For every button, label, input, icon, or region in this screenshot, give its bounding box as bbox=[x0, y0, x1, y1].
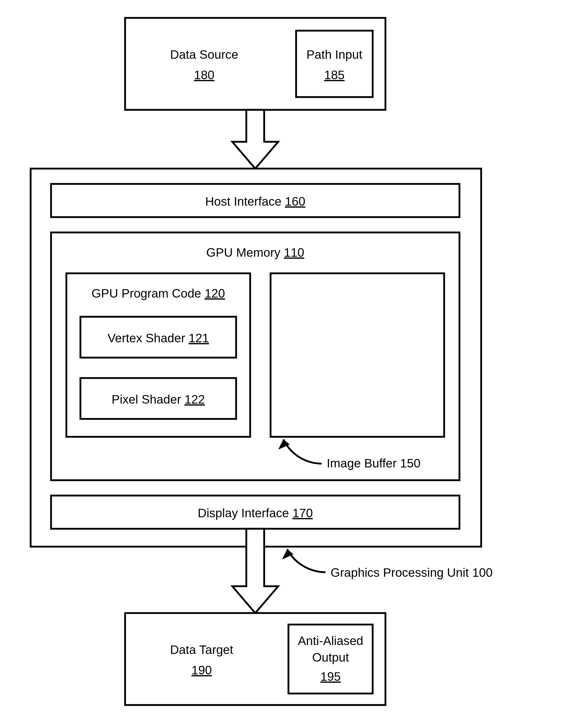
svg-text:GPU Program Code
           
 : GPU Program Code 120 bbox=[92, 287, 225, 300]
data-target-label: Data Target bbox=[170, 643, 233, 656]
display-interface-label: Display Interface bbox=[198, 506, 289, 520]
image-buffer-box bbox=[271, 273, 444, 437]
display-interface-box: Display Interface 170 bbox=[51, 496, 460, 529]
svg-text:Host Interface
         
     : Host Interface 160 bbox=[205, 194, 305, 208]
pixel-shader-num: 122 bbox=[185, 393, 205, 406]
path-input-box: Path Input 185 bbox=[296, 31, 373, 97]
path-input-label: Path Input bbox=[307, 48, 362, 61]
data-target-num: 190 bbox=[191, 664, 212, 677]
svg-text:Vertex Shader
             
  : Vertex Shader 121 bbox=[108, 331, 209, 345]
aa-output-num: 195 bbox=[320, 670, 341, 683]
data-source-label: Data Source bbox=[170, 48, 239, 61]
gpu-memory-label: GPU Memory bbox=[206, 246, 280, 259]
data-source-box: Path Input 185 Data Source 180 bbox=[125, 18, 385, 110]
gpu-memory-num: 110 bbox=[284, 246, 304, 259]
gpu-unit-label: Graphics Processing Unit 100 bbox=[331, 566, 493, 579]
svg-rect-1 bbox=[296, 31, 373, 97]
vertex-shader-label: Vertex Shader bbox=[108, 331, 185, 345]
host-interface-box: Host Interface 160 bbox=[51, 184, 460, 217]
aa-output-label2: Output bbox=[312, 651, 349, 664]
pixel-shader-box: Pixel Shader 122 bbox=[80, 378, 236, 419]
gpu-program-num: 120 bbox=[204, 287, 225, 300]
svg-text:Pixel Shader
             
   : Pixel Shader 122 bbox=[112, 393, 205, 406]
svg-text:Display Interface
         
  : Display Interface 170 bbox=[198, 506, 313, 520]
anti-aliased-output-box: Anti-Aliased Output 195 bbox=[288, 625, 373, 694]
gpu-program-code-box: GPU Program Code 120 Vertex Shader 121 bbox=[66, 273, 250, 437]
path-input-num: 185 bbox=[324, 68, 344, 82]
arrow-source-to-gpu bbox=[232, 110, 278, 168]
data-source-num: 180 bbox=[194, 68, 215, 82]
pixel-shader-label: Pixel Shader bbox=[112, 393, 181, 406]
image-buffer-label: Image Buffer 150 bbox=[327, 457, 420, 470]
gpu-box: Host Interface 160 GPU Memory 110 GPU Pr… bbox=[31, 168, 481, 547]
gpu-memory-box: GPU Memory 110 GPU Program Code 120 Vert… bbox=[51, 232, 460, 480]
gpu-program-label: GPU Program Code bbox=[92, 287, 201, 300]
gpu-leader bbox=[287, 549, 326, 572]
svg-rect-13 bbox=[271, 273, 444, 437]
gpu-leader-head bbox=[282, 549, 294, 560]
host-interface-num: 160 bbox=[285, 194, 305, 208]
vertex-shader-num: 121 bbox=[189, 331, 209, 345]
vertex-shader-box: Vertex Shader 121 bbox=[80, 317, 236, 358]
host-interface-label: Host Interface bbox=[205, 194, 281, 208]
display-interface-num: 170 bbox=[292, 506, 313, 520]
aa-output-label1: Anti-Aliased bbox=[298, 634, 363, 648]
svg-text:GPU Memory
         
        1: GPU Memory 110 bbox=[206, 246, 304, 259]
data-target-box: Anti-Aliased Output 195 Data Target 190 bbox=[125, 613, 385, 705]
